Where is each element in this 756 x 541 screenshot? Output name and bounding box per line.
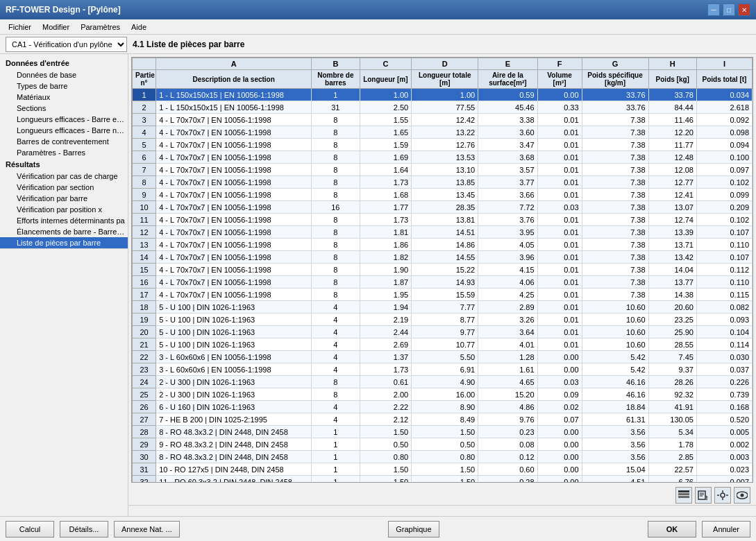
table-row[interactable]: 54 - L 70x70x7 | EN 10056-1:199881.5912.…: [133, 139, 753, 151]
subheader-c: Longueur [m]: [360, 70, 412, 89]
table-cell: 3: [133, 114, 156, 126]
analysis-dropdown[interactable]: CA1 - Vérification d'un pylône: [6, 37, 127, 52]
icon-settings[interactable]: [714, 487, 731, 504]
table-row[interactable]: 114 - L 70x70x7 | EN 10056-1:199881.7313…: [133, 214, 753, 226]
table-row[interactable]: 94 - L 70x70x7 | EN 10056-1:199881.6813.…: [133, 189, 753, 201]
table-cell: 14.51: [412, 226, 478, 239]
table-cell: 23: [133, 363, 156, 376]
icon-table[interactable]: [675, 487, 692, 504]
table-cell: 4: [312, 326, 360, 338]
table-row[interactable]: 64 - L 70x70x7 | EN 10056-1:199881.6913.…: [133, 151, 753, 164]
menu-modifier[interactable]: Modifier: [37, 22, 75, 33]
table-cell: 4 - L 70x70x7 | EN 10056-1:1998: [156, 264, 312, 276]
details-button[interactable]: Détails...: [60, 521, 108, 538]
table-row[interactable]: 277 - HE B 200 | DIN 1025-2:199542.128.4…: [133, 413, 753, 426]
table-row[interactable]: 3211 - RO 60.3x3.2 | DIN 2448, DIN 24581…: [133, 476, 753, 483]
table-cell: 0.28: [478, 476, 537, 483]
table-cell: 0.112: [696, 264, 752, 276]
table-row[interactable]: 21 - L 150x150x15 | EN 10056-1:1998312.5…: [133, 101, 753, 114]
sidebar-hscroll[interactable]: [0, 248, 128, 259]
table-cell: 1.78: [648, 438, 696, 451]
table-cell: 28.55: [648, 338, 696, 351]
sidebar-item-efforts[interactable]: Efforts internes déterminants pa: [0, 215, 128, 226]
table-cell: 8.90: [412, 401, 478, 413]
sidebar-item-longueurs1[interactable]: Longueurs efficaces - Barre en t: [0, 114, 128, 125]
annexe-button[interactable]: Annexe Nat. ...: [114, 521, 180, 538]
table-row[interactable]: 124 - L 70x70x7 | EN 10056-1:199881.8114…: [133, 226, 753, 239]
calcul-button[interactable]: Calcul: [6, 521, 54, 538]
annuler-button[interactable]: Annuler: [702, 521, 750, 538]
table-row[interactable]: 223 - L 60x60x6 | EN 10056-1:199841.375.…: [133, 351, 753, 363]
table-row[interactable]: 233 - L 60x60x6 | EN 10056-1:199841.736.…: [133, 363, 753, 376]
table-cell: 12: [133, 226, 156, 239]
table-container[interactable]: A B C D E F G H I Partie n° Descri: [131, 57, 753, 483]
table-cell: 33.76: [582, 101, 648, 114]
table-cell: 6 - U 160 | DIN 1026-1:1963: [156, 401, 312, 413]
sidebar-item-barres[interactable]: Barres de contreventement: [0, 136, 128, 147]
icon-export[interactable]: [695, 487, 712, 504]
maximize-button[interactable]: □: [723, 3, 735, 16]
table-cell: 4 - L 70x70x7 | EN 10056-1:1998: [156, 164, 312, 176]
sidebar-item-liste[interactable]: Liste de pièces par barre: [0, 237, 128, 248]
minimize-button[interactable]: ─: [707, 3, 720, 16]
graphique-button[interactable]: Graphique: [388, 521, 439, 538]
table-cell: 4.90: [412, 376, 478, 388]
sidebar-item-sections[interactable]: Sections: [0, 103, 128, 114]
table-row[interactable]: 3110 - RO 127x5 | DIN 2448, DIN 245811.5…: [133, 463, 753, 476]
table-cell: 0.01: [537, 139, 582, 151]
table-cell: 10 - RO 127x5 | DIN 2448, DIN 2458: [156, 463, 312, 476]
table-row[interactable]: 104 - L 70x70x7 | EN 10056-1:1998161.772…: [133, 201, 753, 214]
table-row[interactable]: 154 - L 70x70x7 | EN 10056-1:199881.9015…: [133, 264, 753, 276]
table-row[interactable]: 215 - U 100 | DIN 1026-1:196342.6910.774…: [133, 338, 753, 351]
close-button[interactable]: ✕: [738, 3, 750, 16]
sidebar-item-verif-barre[interactable]: Vérification par barre: [0, 193, 128, 204]
table-row[interactable]: 195 - U 100 | DIN 1026-1:196342.198.773.…: [133, 314, 753, 326]
sidebar-item-elancements[interactable]: Élancements de barre - Barre no: [0, 226, 128, 237]
menu-parametres[interactable]: Paramètres: [75, 22, 126, 33]
menu-fichier[interactable]: Fichier: [3, 22, 37, 33]
table-row[interactable]: 266 - U 160 | DIN 1026-1:196342.228.904.…: [133, 401, 753, 413]
table-cell: 7.38: [582, 239, 648, 251]
table-cell: 3.76: [478, 214, 537, 226]
table-row[interactable]: 34 - L 70x70x7 | EN 10056-1:199881.5512.…: [133, 114, 753, 126]
icon-view[interactable]: [734, 487, 750, 504]
table-cell: 2.50: [360, 101, 412, 114]
table-cell: 1.50: [412, 476, 478, 483]
table-row[interactable]: 144 - L 70x70x7 | EN 10056-1:199881.8214…: [133, 251, 753, 264]
table-row[interactable]: 308 - RO 48.3x3.2 | DIN 2448, DIN 245810…: [133, 451, 753, 463]
sidebar-item-parametres[interactable]: Paramètres - Barres: [0, 147, 128, 158]
table-row[interactable]: 252 - U 300 | DIN 1026-1:196382.0016.001…: [133, 388, 753, 401]
table-row[interactable]: 242 - U 300 | DIN 1026-1:196380.614.904.…: [133, 376, 753, 388]
menu-aide[interactable]: Aide: [126, 22, 152, 33]
table-cell: 7.77: [412, 301, 478, 314]
table-cell: 28: [133, 426, 156, 438]
table-row[interactable]: 84 - L 70x70x7 | EN 10056-1:199881.7313.…: [133, 176, 753, 189]
table-cell: 1.65: [360, 126, 412, 139]
horizontal-scrollbar[interactable]: [128, 505, 756, 516]
table-cell: 3 - L 60x60x6 | EN 10056-1:1998: [156, 351, 312, 363]
sidebar-item-donnees[interactable]: Données de base: [0, 69, 128, 80]
table-cell: 17: [133, 289, 156, 301]
table-cell: 4 - L 70x70x7 | EN 10056-1:1998: [156, 139, 312, 151]
sidebar-item-materiaux[interactable]: Matériaux: [0, 92, 128, 103]
table-row[interactable]: 299 - RO 48.3x3.2 | DIN 2448, DIN 245810…: [133, 438, 753, 451]
sidebar-item-longueurs2[interactable]: Longueurs efficaces - Barre non: [0, 125, 128, 136]
table-cell: 13.45: [412, 189, 478, 201]
ok-button[interactable]: OK: [648, 521, 696, 538]
table-row[interactable]: 174 - L 70x70x7 | EN 10056-1:199881.9515…: [133, 289, 753, 301]
table-row[interactable]: 205 - U 100 | DIN 1026-1:196342.449.773.…: [133, 326, 753, 338]
table-row[interactable]: 134 - L 70x70x7 | EN 10056-1:199881.8614…: [133, 239, 753, 251]
table-row[interactable]: 164 - L 70x70x7 | EN 10056-1:199881.8714…: [133, 276, 753, 289]
table-row[interactable]: 288 - RO 48.3x3.2 | DIN 2448, DIN 245811…: [133, 426, 753, 438]
sidebar-item-types[interactable]: Types de barre: [0, 80, 128, 92]
table-row[interactable]: 11 - L 150x150x15 | EN 10056-1:199811.00…: [133, 89, 753, 101]
sidebar-item-verif-pos[interactable]: Vérification par position x: [0, 204, 128, 215]
sidebar-item-verif-cas[interactable]: Vérification par cas de charge: [0, 171, 128, 182]
table-cell: 1.50: [360, 426, 412, 438]
sidebar-item-verif-section[interactable]: Vérification par section: [0, 182, 128, 193]
table-row[interactable]: 185 - U 100 | DIN 1026-1:196341.947.772.…: [133, 301, 753, 314]
table-cell: 0.100: [696, 151, 752, 164]
table-cell: 33.76: [582, 89, 648, 101]
table-row[interactable]: 74 - L 70x70x7 | EN 10056-1:199881.6413.…: [133, 164, 753, 176]
table-row[interactable]: 44 - L 70x70x7 | EN 10056-1:199881.6513.…: [133, 126, 753, 139]
